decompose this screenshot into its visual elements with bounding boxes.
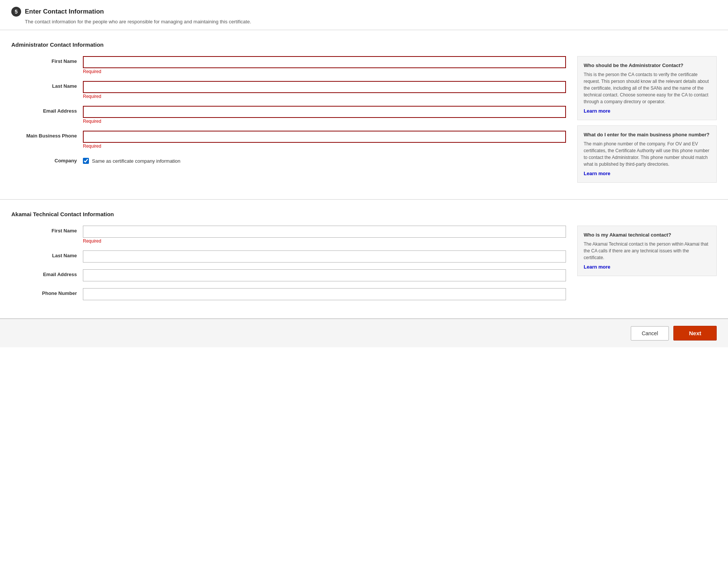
admin-section-title: Administrator Contact Information bbox=[11, 41, 717, 48]
tech-phone-input[interactable] bbox=[83, 288, 566, 300]
admin-company-checkbox-row: Same as certificate company information bbox=[83, 156, 566, 164]
page-wrapper: 5 Enter Contact Information The contact … bbox=[0, 0, 728, 565]
admin-phone-input[interactable] bbox=[83, 131, 566, 143]
admin-email-wrap: Required bbox=[83, 106, 566, 124]
admin-last-name-input[interactable] bbox=[83, 81, 566, 93]
technical-contact-learn-more[interactable]: Learn more bbox=[584, 264, 610, 270]
tech-last-name-row: Last Name bbox=[11, 250, 566, 263]
admin-company-checkbox[interactable] bbox=[83, 158, 89, 164]
technical-section: Akamai Technical Contact Information Fir… bbox=[0, 200, 728, 319]
step-title: Enter Contact Information bbox=[25, 8, 104, 15]
admin-company-checkbox-label: Same as certificate company information bbox=[92, 158, 180, 164]
admin-phone-row: Main Business Phone Required bbox=[11, 131, 566, 149]
tech-phone-label: Phone Number bbox=[11, 288, 83, 296]
admin-email-required: Required bbox=[83, 119, 566, 124]
admin-email-input[interactable] bbox=[83, 106, 566, 118]
step-header: 5 Enter Contact Information The contact … bbox=[0, 0, 728, 30]
admin-company-row: Company Same as certificate company info… bbox=[11, 156, 566, 164]
admin-last-name-label: Last Name bbox=[11, 81, 83, 89]
admin-company-wrap: Same as certificate company information bbox=[83, 156, 566, 164]
tech-email-wrap bbox=[83, 269, 566, 281]
technical-sidebar: Who is my Akamai technical contact? The … bbox=[577, 226, 717, 307]
admin-form-area: First Name Required Last Name Required bbox=[11, 56, 577, 188]
admin-company-label: Company bbox=[11, 156, 83, 163]
admin-first-name-row: First Name Required bbox=[11, 56, 566, 74]
business-phone-help-title: What do I enter for the main business ph… bbox=[584, 132, 710, 137]
tech-last-name-input[interactable] bbox=[83, 250, 566, 263]
cancel-button[interactable]: Cancel bbox=[631, 326, 669, 341]
admin-email-row: Email Address Required bbox=[11, 106, 566, 124]
tech-first-name-wrap: Required bbox=[83, 226, 566, 244]
tech-first-name-label: First Name bbox=[11, 226, 83, 234]
tech-last-name-label: Last Name bbox=[11, 250, 83, 258]
business-phone-learn-more[interactable]: Learn more bbox=[584, 171, 610, 176]
admin-phone-required: Required bbox=[83, 144, 566, 149]
admin-first-name-required: Required bbox=[83, 69, 566, 74]
technical-section-title: Akamai Technical Contact Information bbox=[11, 211, 717, 217]
tech-first-name-row: First Name Required bbox=[11, 226, 566, 244]
admin-section-body: First Name Required Last Name Required bbox=[11, 56, 717, 188]
admin-first-name-label: First Name bbox=[11, 56, 83, 64]
next-button[interactable]: Next bbox=[673, 326, 717, 341]
admin-contact-help-text: This is the person the CA contacts to ve… bbox=[584, 71, 710, 105]
admin-contact-help-box: Who should be the Administrator Contact?… bbox=[577, 56, 717, 120]
tech-first-name-input[interactable] bbox=[83, 226, 566, 238]
step-description: The contact information for the people w… bbox=[11, 19, 717, 24]
tech-phone-wrap bbox=[83, 288, 566, 300]
admin-contact-learn-more[interactable]: Learn more bbox=[584, 108, 610, 114]
admin-contact-help-title: Who should be the Administrator Contact? bbox=[584, 63, 710, 68]
admin-section: Administrator Contact Information First … bbox=[0, 30, 728, 200]
admin-phone-label: Main Business Phone bbox=[11, 131, 83, 139]
tech-email-label: Email Address bbox=[11, 269, 83, 277]
tech-email-row: Email Address bbox=[11, 269, 566, 281]
tech-last-name-wrap bbox=[83, 250, 566, 263]
technical-contact-help-text: The Akamai Technical contact is the pers… bbox=[584, 241, 710, 261]
admin-phone-wrap: Required bbox=[83, 131, 566, 149]
tech-first-name-required: Required bbox=[83, 238, 566, 244]
step-header-title: 5 Enter Contact Information bbox=[11, 7, 717, 17]
admin-sidebar: Who should be the Administrator Contact?… bbox=[577, 56, 717, 188]
technical-contact-help-title: Who is my Akamai technical contact? bbox=[584, 232, 710, 238]
business-phone-help-text: The main phone number of the company. Fo… bbox=[584, 140, 710, 168]
technical-contact-help-box: Who is my Akamai technical contact? The … bbox=[577, 226, 717, 276]
technical-section-body: First Name Required Last Name Email Addr… bbox=[11, 226, 717, 307]
admin-email-label: Email Address bbox=[11, 106, 83, 114]
technical-form-area: First Name Required Last Name Email Addr… bbox=[11, 226, 577, 307]
admin-last-name-wrap: Required bbox=[83, 81, 566, 99]
tech-phone-row: Phone Number bbox=[11, 288, 566, 300]
page-footer: Cancel Next bbox=[0, 319, 728, 347]
tech-email-input[interactable] bbox=[83, 269, 566, 281]
admin-last-name-required: Required bbox=[83, 94, 566, 99]
admin-first-name-wrap: Required bbox=[83, 56, 566, 74]
business-phone-help-box: What do I enter for the main business ph… bbox=[577, 125, 717, 183]
step-number: 5 bbox=[11, 7, 21, 17]
admin-first-name-input[interactable] bbox=[83, 56, 566, 68]
admin-last-name-row: Last Name Required bbox=[11, 81, 566, 99]
